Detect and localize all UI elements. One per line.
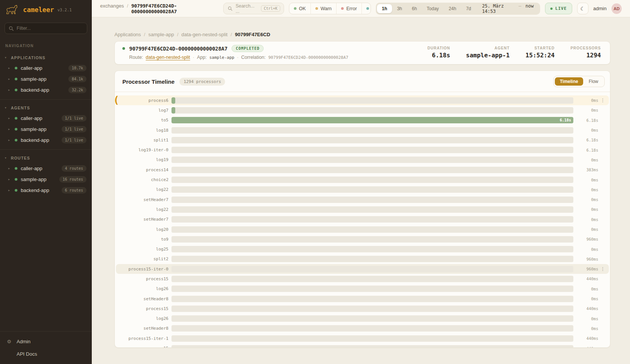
kebab-menu-icon[interactable]: ⋮ <box>598 98 605 103</box>
duration-track <box>171 157 573 163</box>
timeline-row[interactable]: setHeader70ms⋮ <box>116 215 609 224</box>
time-dash: — <box>519 3 521 14</box>
sidebar-item-caller-app[interactable]: ▸caller-app10.7k <box>0 63 92 74</box>
chevron-down-icon: ▾ <box>5 106 7 109</box>
duration-value: 440ms <box>579 336 598 341</box>
timeline-row[interactable]: process15-iter-0960ms⋮ <box>116 264 609 274</box>
breadcrumb-item[interactable]: Applications <box>114 32 141 37</box>
sidebar-item-backend-app[interactable]: ▸backend-app6 routes <box>0 185 92 196</box>
breadcrumb-item[interactable]: sample-app <box>148 32 174 37</box>
sidebar-item-sample-app[interactable]: ▸sample-app16 routes <box>0 174 92 185</box>
duration-value: 960ms <box>579 237 598 241</box>
breadcrumb-item[interactable]: data-gen-nested-split <box>181 32 227 37</box>
range-buttons: 1h3h6hToday24h7d <box>377 4 476 13</box>
timeline-row[interactable]: process15440ms⋮ <box>116 274 609 284</box>
range-button-24h[interactable]: 24h <box>444 4 461 13</box>
status-dot <box>15 178 17 181</box>
timeline-row[interactable]: (process60ms⋮ <box>116 95 609 105</box>
kebab-menu-icon[interactable]: ⋮ <box>598 266 605 272</box>
timeline-row[interactable]: log250ms⋮ <box>116 244 609 254</box>
exchange-meta: Route: data-gen-nested-split · App: samp… <box>129 55 348 60</box>
timeline-row[interactable]: log220ms⋮ <box>116 185 609 195</box>
search-shortcut: Ctrl+K <box>261 5 280 12</box>
timeline-row[interactable]: choice20ms⋮ <box>116 175 609 184</box>
time-range-label[interactable]: 25. März 14:53 — now <box>476 3 539 14</box>
stat-started: STARTED15:52:24 <box>525 46 554 59</box>
status-filter-group: OKWarnError <box>289 3 371 14</box>
duration-value: 440ms <box>579 346 598 348</box>
section-header-routes[interactable]: ▾ROUTES <box>0 153 92 163</box>
range-button-6h[interactable]: 6h <box>407 4 422 13</box>
status-dot <box>15 117 17 120</box>
timeline-row[interactable]: setHeader80ms⋮ <box>116 324 609 333</box>
duration-value: 0ms <box>579 158 598 162</box>
processor-name: to9 <box>121 237 168 242</box>
duration-value: 6.18s <box>579 118 598 123</box>
view-button-timeline[interactable]: Timeline <box>555 77 583 86</box>
timeline-row[interactable]: log19-iter-06.18s⋮ <box>116 145 609 155</box>
range-button-1h[interactable]: 1h <box>377 4 392 13</box>
app-logo[interactable]: cameleer v3.2.1 <box>0 0 92 18</box>
processor-name: log19 <box>121 157 168 162</box>
timeline-row[interactable]: log260ms⋮ <box>116 314 609 324</box>
timeline-row[interactable]: to9960ms⋮ <box>116 234 609 244</box>
filter-chip-extra[interactable] <box>361 3 371 14</box>
duration-value: 960ms <box>579 267 598 271</box>
timeline-row[interactable]: log200ms⋮ <box>116 224 609 234</box>
sidebar-filter-input[interactable]: Filter... <box>5 23 87 34</box>
sidebar-item-caller-app[interactable]: ▸caller-app4 routes <box>0 163 92 174</box>
filter-chip-warn[interactable]: Warn <box>310 3 336 14</box>
timeline-row[interactable]: to56.18s6.18s⋮ <box>116 115 609 125</box>
sidebar-item-backend-app[interactable]: ▸backend-app1/1 live <box>0 135 92 146</box>
sidebar-item-sample-app[interactable]: ▸sample-app84.1k <box>0 74 92 84</box>
timeline-row[interactable]: setHeader80ms⋮ <box>116 294 609 304</box>
timeline-row[interactable]: log190ms⋮ <box>116 155 609 165</box>
section-header-applications[interactable]: ▾APPLICATIONS <box>0 52 92 63</box>
sidebar-item-api-docs[interactable]: API Docs <box>0 348 92 360</box>
range-button-today[interactable]: Today <box>422 4 444 13</box>
duration-track <box>171 177 573 183</box>
sidebar-item-caller-app[interactable]: ▸caller-app1/1 live <box>0 113 92 124</box>
sidebar-item-admin[interactable]: ⚙ Admin <box>0 335 92 348</box>
count-badge: 1/1 live <box>62 137 86 143</box>
filter-chip-error[interactable]: Error <box>336 3 361 14</box>
range-button-7d[interactable]: 7d <box>461 4 476 13</box>
duration-value: 0ms <box>579 207 598 212</box>
count-badge: 6 routes <box>62 187 86 194</box>
status-dot <box>15 128 17 131</box>
live-badge[interactable]: LIVE <box>545 3 572 14</box>
sidebar-item-sample-app[interactable]: ▸sample-app1/1 live <box>0 124 92 135</box>
timeline-row[interactable]: process15440ms⋮ <box>116 343 609 348</box>
timeline-row[interactable]: log70ms⋮ <box>116 105 609 115</box>
timeline-row[interactable]: log220ms⋮ <box>116 204 609 214</box>
duration-value: 0ms <box>579 287 598 291</box>
duration-track <box>171 197 573 203</box>
stat-processors: PROCESSORS1294 <box>570 46 601 59</box>
chevron-right-icon: ▸ <box>8 167 11 170</box>
timeline-row[interactable]: process15-iter-1440ms⋮ <box>116 333 609 343</box>
timeline-row[interactable]: split16.18s⋮ <box>116 135 609 145</box>
route-link[interactable]: data-gen-nested-split <box>146 55 190 60</box>
status-dot <box>15 167 17 170</box>
duration-value: 6.18s <box>579 148 598 152</box>
range-button-3h[interactable]: 3h <box>392 4 407 13</box>
theme-toggle-button[interactable]: ☾ <box>577 3 588 14</box>
timeline-row[interactable]: log260ms⋮ <box>116 284 609 294</box>
breadcrumb-separator: / <box>177 32 179 37</box>
timeline-row[interactable]: log180ms⋮ <box>116 125 609 135</box>
timeline-row[interactable]: process15440ms⋮ <box>116 304 609 313</box>
duration-track <box>171 186 573 193</box>
search-input[interactable]: Search... ... Ctrl+K <box>223 3 284 14</box>
timeline-row[interactable]: setHeader70ms⋮ <box>116 195 609 204</box>
breadcrumb-section[interactable]: exchanges <box>100 3 124 9</box>
processor-name: process15-iter-1 <box>121 336 168 341</box>
view-button-flow[interactable]: Flow <box>584 77 603 86</box>
exchange-header-card: 90799F47E6CD24D-00000000000028A7 COMPLET… <box>114 41 610 65</box>
sidebar-item-backend-app[interactable]: ▸backend-app32.2k <box>0 84 92 95</box>
section-header-agents[interactable]: ▾AGENTS <box>0 103 92 113</box>
timeline-row[interactable]: process14383ms⋮ <box>116 165 609 175</box>
filter-chip-ok[interactable]: OK <box>289 3 310 14</box>
timeline-row[interactable]: split2960ms⋮ <box>116 254 609 264</box>
camel-logo-icon <box>5 5 20 15</box>
avatar[interactable]: AD <box>611 3 622 14</box>
